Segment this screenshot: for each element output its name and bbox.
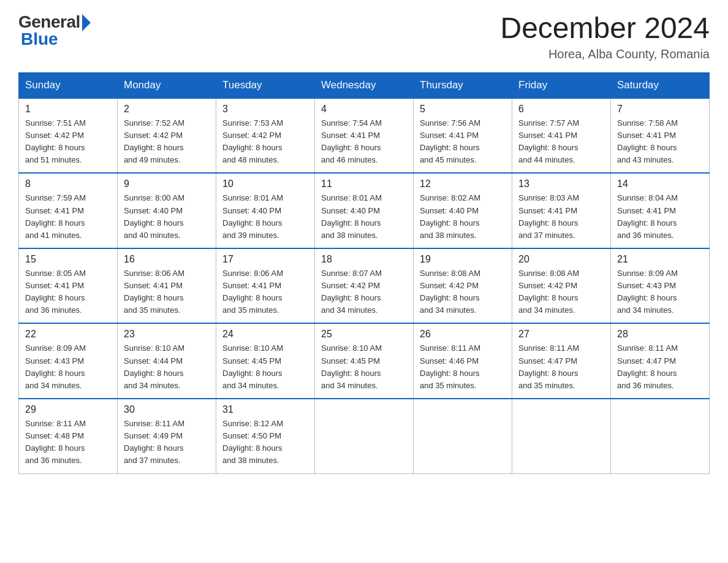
calendar-cell xyxy=(414,399,512,473)
day-info: Sunrise: 7:59 AM Sunset: 4:41 PM Dayligh… xyxy=(25,192,111,242)
week-row-5: 29 Sunrise: 8:11 AM Sunset: 4:48 PM Dayl… xyxy=(19,399,710,473)
calendar-cell: 16 Sunrise: 8:06 AM Sunset: 4:41 PM Dayl… xyxy=(118,248,216,324)
day-number: 10 xyxy=(222,178,308,190)
calendar-cell: 13 Sunrise: 8:03 AM Sunset: 4:41 PM Dayl… xyxy=(512,173,611,248)
calendar-cell: 22 Sunrise: 8:09 AM Sunset: 4:43 PM Dayl… xyxy=(19,323,118,399)
day-number: 31 xyxy=(222,404,308,415)
day-number: 12 xyxy=(420,178,506,190)
calendar-cell: 26 Sunrise: 8:11 AM Sunset: 4:46 PM Dayl… xyxy=(414,323,512,399)
day-info: Sunrise: 7:54 AM Sunset: 4:41 PM Dayligh… xyxy=(321,117,407,167)
week-row-3: 15 Sunrise: 8:05 AM Sunset: 4:41 PM Dayl… xyxy=(19,248,710,324)
day-info: Sunrise: 8:08 AM Sunset: 4:42 PM Dayligh… xyxy=(518,267,604,317)
day-info: Sunrise: 8:11 AM Sunset: 4:46 PM Dayligh… xyxy=(420,342,506,392)
calendar-cell: 18 Sunrise: 8:07 AM Sunset: 4:42 PM Dayl… xyxy=(315,248,414,324)
day-number: 5 xyxy=(420,104,506,115)
header-thursday: Thursday xyxy=(414,72,512,98)
calendar-cell: 20 Sunrise: 8:08 AM Sunset: 4:42 PM Dayl… xyxy=(512,248,611,324)
calendar-cell: 8 Sunrise: 7:59 AM Sunset: 4:41 PM Dayli… xyxy=(19,173,118,248)
day-info: Sunrise: 7:52 AM Sunset: 4:42 PM Dayligh… xyxy=(124,117,210,167)
day-number: 21 xyxy=(617,254,703,265)
title-area: December 2024 Horea, Alba County, Romani… xyxy=(500,12,710,61)
calendar-cell: 9 Sunrise: 8:00 AM Sunset: 4:40 PM Dayli… xyxy=(118,173,216,248)
calendar-cell: 10 Sunrise: 8:01 AM Sunset: 4:40 PM Dayl… xyxy=(216,173,315,248)
day-number: 9 xyxy=(124,178,210,190)
calendar-cell: 11 Sunrise: 8:01 AM Sunset: 4:40 PM Dayl… xyxy=(315,173,414,248)
week-row-4: 22 Sunrise: 8:09 AM Sunset: 4:43 PM Dayl… xyxy=(19,323,710,399)
calendar-cell: 3 Sunrise: 7:53 AM Sunset: 4:42 PM Dayli… xyxy=(216,98,315,174)
day-number: 2 xyxy=(124,104,210,115)
day-number: 27 xyxy=(518,329,604,340)
logo-blue-text: Blue xyxy=(18,29,58,49)
day-number: 1 xyxy=(25,104,111,115)
day-number: 28 xyxy=(617,329,703,340)
day-info: Sunrise: 8:11 AM Sunset: 4:47 PM Dayligh… xyxy=(518,342,604,392)
calendar-table: SundayMondayTuesdayWednesdayThursdayFrid… xyxy=(18,72,710,474)
day-info: Sunrise: 8:10 AM Sunset: 4:44 PM Dayligh… xyxy=(124,342,210,392)
day-number: 15 xyxy=(25,254,111,265)
day-info: Sunrise: 8:04 AM Sunset: 4:41 PM Dayligh… xyxy=(617,192,703,242)
header-friday: Friday xyxy=(512,72,611,98)
day-info: Sunrise: 7:53 AM Sunset: 4:42 PM Dayligh… xyxy=(222,117,308,167)
header-monday: Monday xyxy=(118,72,216,98)
day-info: Sunrise: 8:10 AM Sunset: 4:45 PM Dayligh… xyxy=(321,342,407,392)
header-tuesday: Tuesday xyxy=(216,72,315,98)
calendar-cell: 30 Sunrise: 8:11 AM Sunset: 4:49 PM Dayl… xyxy=(118,399,216,473)
day-number: 26 xyxy=(420,329,506,340)
day-info: Sunrise: 8:11 AM Sunset: 4:48 PM Dayligh… xyxy=(25,418,111,467)
day-info: Sunrise: 7:51 AM Sunset: 4:42 PM Dayligh… xyxy=(25,117,111,167)
calendar-cell: 15 Sunrise: 8:05 AM Sunset: 4:41 PM Dayl… xyxy=(19,248,118,324)
day-number: 8 xyxy=(25,178,111,190)
month-title: December 2024 xyxy=(500,12,710,45)
calendar-cell: 29 Sunrise: 8:11 AM Sunset: 4:48 PM Dayl… xyxy=(19,399,118,473)
calendar-cell: 6 Sunrise: 7:57 AM Sunset: 4:41 PM Dayli… xyxy=(512,98,611,174)
day-info: Sunrise: 8:03 AM Sunset: 4:41 PM Dayligh… xyxy=(518,192,604,242)
day-info: Sunrise: 8:09 AM Sunset: 4:43 PM Dayligh… xyxy=(617,267,703,317)
day-info: Sunrise: 8:10 AM Sunset: 4:45 PM Dayligh… xyxy=(222,342,308,392)
day-info: Sunrise: 8:07 AM Sunset: 4:42 PM Dayligh… xyxy=(321,267,407,317)
page-header: General Blue December 2024 Horea, Alba C… xyxy=(18,12,710,61)
day-info: Sunrise: 8:01 AM Sunset: 4:40 PM Dayligh… xyxy=(222,192,308,242)
day-info: Sunrise: 8:01 AM Sunset: 4:40 PM Dayligh… xyxy=(321,192,407,242)
location: Horea, Alba County, Romania xyxy=(500,47,710,61)
day-info: Sunrise: 7:58 AM Sunset: 4:41 PM Dayligh… xyxy=(617,117,703,167)
day-number: 30 xyxy=(124,404,210,415)
day-number: 16 xyxy=(124,254,210,265)
day-number: 4 xyxy=(321,104,407,115)
calendar-cell: 5 Sunrise: 7:56 AM Sunset: 4:41 PM Dayli… xyxy=(414,98,512,174)
day-info: Sunrise: 7:56 AM Sunset: 4:41 PM Dayligh… xyxy=(420,117,506,167)
header-row: SundayMondayTuesdayWednesdayThursdayFrid… xyxy=(19,72,710,98)
day-number: 24 xyxy=(222,329,308,340)
day-number: 11 xyxy=(321,178,407,190)
day-number: 18 xyxy=(321,254,407,265)
week-row-1: 1 Sunrise: 7:51 AM Sunset: 4:42 PM Dayli… xyxy=(19,98,710,174)
day-number: 29 xyxy=(25,404,111,415)
day-number: 25 xyxy=(321,329,407,340)
calendar-cell: 4 Sunrise: 7:54 AM Sunset: 4:41 PM Dayli… xyxy=(315,98,414,174)
header-sunday: Sunday xyxy=(19,72,118,98)
day-info: Sunrise: 8:05 AM Sunset: 4:41 PM Dayligh… xyxy=(25,267,111,317)
calendar-cell: 31 Sunrise: 8:12 AM Sunset: 4:50 PM Dayl… xyxy=(216,399,315,473)
day-info: Sunrise: 8:09 AM Sunset: 4:43 PM Dayligh… xyxy=(25,342,111,392)
calendar-cell: 17 Sunrise: 8:06 AM Sunset: 4:41 PM Dayl… xyxy=(216,248,315,324)
calendar-cell: 25 Sunrise: 8:10 AM Sunset: 4:45 PM Dayl… xyxy=(315,323,414,399)
calendar-cell: 1 Sunrise: 7:51 AM Sunset: 4:42 PM Dayli… xyxy=(19,98,118,174)
day-info: Sunrise: 8:12 AM Sunset: 4:50 PM Dayligh… xyxy=(222,418,308,467)
calendar-cell: 14 Sunrise: 8:04 AM Sunset: 4:41 PM Dayl… xyxy=(611,173,710,248)
week-row-2: 8 Sunrise: 7:59 AM Sunset: 4:41 PM Dayli… xyxy=(19,173,710,248)
calendar-cell: 2 Sunrise: 7:52 AM Sunset: 4:42 PM Dayli… xyxy=(118,98,216,174)
calendar-cell xyxy=(611,399,710,473)
day-info: Sunrise: 8:11 AM Sunset: 4:47 PM Dayligh… xyxy=(617,342,703,392)
day-info: Sunrise: 7:57 AM Sunset: 4:41 PM Dayligh… xyxy=(518,117,604,167)
day-number: 7 xyxy=(617,104,703,115)
day-number: 14 xyxy=(617,178,703,190)
calendar-cell: 27 Sunrise: 8:11 AM Sunset: 4:47 PM Dayl… xyxy=(512,323,611,399)
calendar-cell: 23 Sunrise: 8:10 AM Sunset: 4:44 PM Dayl… xyxy=(118,323,216,399)
day-number: 23 xyxy=(124,329,210,340)
calendar-cell: 19 Sunrise: 8:08 AM Sunset: 4:42 PM Dayl… xyxy=(414,248,512,324)
calendar-cell xyxy=(512,399,611,473)
calendar-cell: 12 Sunrise: 8:02 AM Sunset: 4:40 PM Dayl… xyxy=(414,173,512,248)
day-info: Sunrise: 8:06 AM Sunset: 4:41 PM Dayligh… xyxy=(222,267,308,317)
calendar-cell: 7 Sunrise: 7:58 AM Sunset: 4:41 PM Dayli… xyxy=(611,98,710,174)
calendar-cell: 28 Sunrise: 8:11 AM Sunset: 4:47 PM Dayl… xyxy=(611,323,710,399)
day-info: Sunrise: 8:06 AM Sunset: 4:41 PM Dayligh… xyxy=(124,267,210,317)
